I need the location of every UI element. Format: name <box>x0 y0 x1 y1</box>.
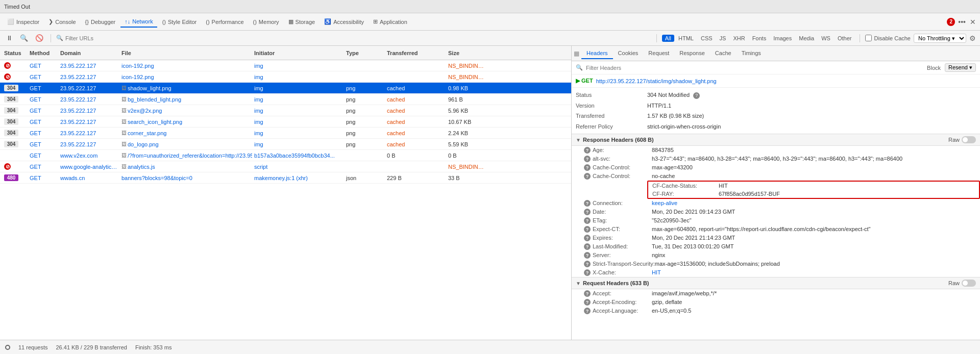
cell-initiator: img <box>252 85 344 91</box>
cell-status: ⊘ <box>2 73 28 80</box>
panel-filter-input[interactable] <box>586 65 924 71</box>
header-initiator: Initiator <box>252 50 344 56</box>
request-headers-section[interactable]: ▼ Request Headers (633 B) Raw <box>572 277 980 289</box>
panel-tab-timings[interactable]: Timings <box>737 48 766 59</box>
application-icon: ⊞ <box>373 18 378 25</box>
filter-fonts[interactable]: Fonts <box>749 35 770 42</box>
req-raw-toggle[interactable]: Raw <box>948 280 976 287</box>
filter-all[interactable]: All <box>662 35 674 42</box>
resend-button[interactable]: Resend ▾ <box>945 63 976 72</box>
clear-button[interactable]: 🚫 <box>33 33 45 43</box>
requests-count: 11 requests <box>18 344 47 350</box>
table-row[interactable]: ⊘ GET www.google-analytics.com 🖼analytic… <box>0 161 571 172</box>
cell-type: json <box>344 175 385 181</box>
table-row[interactable]: GET www.v2ex.com 🖼/?from=unauthorized_re… <box>0 150 571 161</box>
cell-method: GET <box>28 63 58 69</box>
cell-domain: 23.95.222.127 <box>58 85 119 91</box>
tab-accessibility[interactable]: ♿ Accessibility <box>320 16 368 27</box>
version-row: Version HTTP/1.1 <box>572 100 980 111</box>
req-raw-label: Raw <box>948 280 960 286</box>
tab-performance-label: Performance <box>212 19 244 25</box>
inspector-icon: ⬜ <box>7 18 14 25</box>
panel-tab-cache[interactable]: Cache <box>710 48 737 59</box>
filter-css[interactable]: CSS <box>698 35 716 42</box>
tab-storage[interactable]: ▦ Storage <box>284 16 320 27</box>
status-dot <box>5 345 10 350</box>
table-row[interactable]: ⊘ GET 23.95.222.127 icon-192.png img NS_… <box>0 60 571 71</box>
tab-memory[interactable]: () Memory <box>249 17 283 27</box>
table-row[interactable]: 304 GET 23.95.222.127 🖼bg_blended_light.… <box>0 94 571 105</box>
tab-debugger[interactable]: {} Debugger <box>81 17 120 27</box>
header-value: keep-alive <box>652 200 677 206</box>
debugger-icon: {} <box>85 19 89 25</box>
filter-html[interactable]: HTML <box>675 35 697 42</box>
header-method: Method <box>28 50 58 56</box>
cell-initiator: img <box>252 74 344 80</box>
filter-images[interactable]: Images <box>770 35 795 42</box>
header-key: Accept: <box>593 290 652 296</box>
panel-tab-cookies[interactable]: Cookies <box>613 48 644 59</box>
cell-file: 🖼/?from=unauthorized_referer&location=ht… <box>119 152 252 159</box>
response-header-row: ? Cache-Control: no-cache <box>572 172 980 181</box>
panel-tab-response[interactable]: Response <box>674 48 710 59</box>
response-headers-section[interactable]: ▼ Response Headers (608 B) Raw <box>572 134 980 146</box>
filter-js[interactable]: JS <box>717 35 729 42</box>
transferred-value: 1.57 KB (0.98 KB size) <box>647 112 704 120</box>
panel-tab-request[interactable]: Request <box>643 48 674 59</box>
filter-other[interactable]: Other <box>835 35 855 42</box>
raw-toggle[interactable]: Raw <box>948 136 976 143</box>
block-status-icon: ⊘ <box>4 73 11 80</box>
close-button[interactable]: ✕ <box>969 17 977 27</box>
table-row[interactable]: 304 GET 23.95.222.127 🖼shadow_light.png … <box>0 83 571 94</box>
throttle-select[interactable]: No Throttling ▾ <box>914 34 966 43</box>
response-header-row: ? Age: 8843785 <box>572 146 980 155</box>
header-value: Mon, 20 Dec 2021 21:14:23 GMT <box>652 235 735 241</box>
cell-status: 304 <box>2 141 28 147</box>
referrer-key: Referrer Policy <box>576 122 647 131</box>
header-key: alt-svc: <box>593 156 652 162</box>
tab-network[interactable]: ↑↓ Network <box>120 16 157 28</box>
disable-cache-checkbox[interactable] <box>865 35 872 41</box>
table-row[interactable]: 304 GET 23.95.222.127 🖼search_icon_light… <box>0 116 571 128</box>
header-key: CF-Cache-Status: <box>652 183 719 189</box>
tab-performance[interactable]: () Performance <box>202 17 248 27</box>
panel-tabs: ▦ Headers Cookies Request Response Cache… <box>572 46 980 61</box>
file-icon: 🖼bg_blended_light.png <box>121 96 181 103</box>
console-icon: ❯ <box>48 18 53 25</box>
tab-inspector[interactable]: ⬜ Inspector <box>3 16 43 27</box>
filter-media[interactable]: Media <box>796 35 817 42</box>
panel-icon: ▦ <box>574 50 579 57</box>
more-button[interactable]: ••• <box>957 17 967 27</box>
gear-button[interactable]: ⚙ <box>969 34 976 42</box>
pause-button[interactable]: ⏸ <box>4 33 15 43</box>
separator3 <box>860 34 860 42</box>
filter-xhr[interactable]: XHR <box>730 35 748 42</box>
filter-ws[interactable]: WS <box>818 35 834 42</box>
table-row[interactable]: 304 GET 23.95.222.127 🖼v2ex@2x.png img p… <box>0 105 571 116</box>
tab-application[interactable]: ⊞ Application <box>369 16 411 27</box>
referrer-value: strict-origin-when-cross-origin <box>647 122 721 131</box>
cell-method: GET <box>28 119 58 125</box>
table-row[interactable]: 304 GET 23.95.222.127 🖼corner_star.png i… <box>0 128 571 139</box>
raw-toggle-switch[interactable] <box>962 136 976 143</box>
response-header-row: ? X-Cache: HIT <box>572 268 980 277</box>
table-row[interactable]: ⊘ GET 23.95.222.127 icon-192.png img NS_… <box>0 71 571 83</box>
cell-file: 🖼bg_blended_light.png <box>119 96 252 103</box>
header-value: Tue, 31 Dec 2013 00:01:20 GMT <box>652 243 733 249</box>
status-section: Status 304 Not Modified ? Version HTTP/1… <box>572 88 980 134</box>
req-raw-toggle-switch[interactable] <box>962 280 976 287</box>
panel-tab-headers[interactable]: Headers <box>581 48 613 59</box>
tab-console[interactable]: ❯ Console <box>44 16 80 27</box>
disable-cache-label[interactable]: Disable Cache <box>865 35 911 41</box>
response-header-row: CF-RAY: 67f858ac0d95d157-BUF <box>648 190 979 198</box>
table-row[interactable]: 480 GET wwads.cn banners?blocks=98&topic… <box>0 172 571 184</box>
file-icon: 🖼analytics.js <box>121 164 155 170</box>
cell-domain: 23.95.222.127 <box>58 63 119 69</box>
cell-domain: 23.95.222.127 <box>58 108 119 114</box>
table-row[interactable]: 304 GET 23.95.222.127 🖼do_logo.png img p… <box>0 139 571 150</box>
search-button[interactable]: 🔍 <box>18 33 30 43</box>
req-section-arrow: ▼ <box>576 281 581 286</box>
tab-style-editor[interactable]: () Style Editor <box>158 17 201 27</box>
filter-input[interactable] <box>65 35 127 41</box>
cell-type: png <box>344 141 385 147</box>
